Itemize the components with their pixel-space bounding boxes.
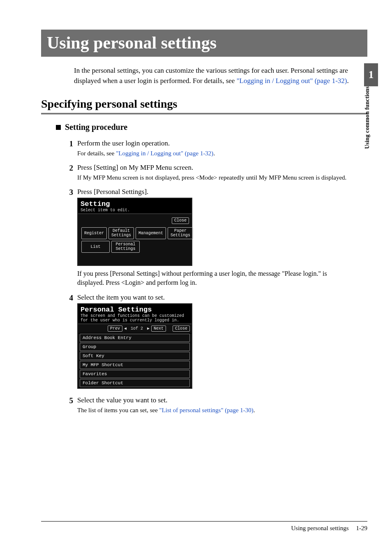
- step-sub-text: The list of items you can set, see "List…: [77, 406, 353, 415]
- chapter-side-tab: 1 Using common functions: [364, 63, 378, 153]
- lcd1-btn-list[interactable]: List: [81, 241, 110, 253]
- lcd2-item-favorites[interactable]: Favorites: [80, 370, 190, 378]
- lcd-personal-settings-screenshot: Personal Settings The screen and functio…: [77, 303, 192, 389]
- step-main-text: Select the value you want to set.: [77, 396, 353, 404]
- lcd2-close-button[interactable]: Close: [173, 325, 190, 332]
- lcd2-item-group[interactable]: Group: [80, 343, 190, 351]
- lcd2-item-soft-key[interactable]: Soft Key: [80, 352, 190, 360]
- square-bullet-icon: [56, 125, 61, 130]
- step-main-text: Press [Setting] on My MFP Menu screen.: [77, 164, 353, 172]
- lcd1-subtitle: Select item to edit.: [81, 208, 189, 212]
- step-main-text: Press [Personal Settings].: [77, 188, 353, 196]
- step-number: 3: [65, 188, 77, 287]
- step-sub-text: For details, see "Logging in / Logging o…: [77, 149, 353, 158]
- step-number: 5: [65, 396, 77, 415]
- subsection-heading-text: Setting procedure: [65, 122, 127, 132]
- lcd2-next-arrow-icon: ▶: [147, 326, 150, 331]
- lcd1-btn-paper-settings[interactable]: Paper Settings: [168, 227, 193, 239]
- steps-list: 1 Perform the user login operation. For …: [65, 139, 353, 415]
- step-main-text: Select the item you want to set.: [77, 293, 353, 302]
- lcd1-close-button[interactable]: Close: [172, 217, 189, 224]
- lcd2-subtitle: The screen and functions can be customiz…: [81, 314, 189, 323]
- lcd2-item-address-book[interactable]: Address Book Entry: [80, 334, 190, 342]
- step3-after-text: If you press [Personal Settings] without…: [77, 269, 353, 288]
- page-title-bar: Using personal settings: [41, 30, 367, 57]
- chapter-number: 1: [369, 69, 374, 81]
- intro-text-post: .: [347, 77, 348, 85]
- intro-paragraph: In the personal settings, you can custom…: [74, 66, 353, 86]
- step-sub-text: If My MFP Menu screen is not displayed, …: [77, 173, 353, 182]
- lcd2-prev-button[interactable]: Prev: [108, 325, 122, 332]
- lcd2-next-button[interactable]: Next: [151, 325, 166, 332]
- footer-title: Using personal settings: [291, 525, 349, 532]
- step-number: 1: [65, 139, 77, 158]
- subsection-heading-procedure: Setting procedure: [56, 122, 367, 132]
- step-number: 2: [65, 164, 77, 182]
- step-4: 4 Select the item you want to set. Perso…: [65, 293, 353, 389]
- step1-link-logging[interactable]: "Logging in / Logging out" (page 1-32): [116, 150, 213, 157]
- page-title: Using personal settings: [47, 33, 362, 53]
- lcd-settings-screenshot: Setting Select item to edit. Close Regis…: [77, 198, 192, 266]
- step-main-text: Perform the user login operation.: [77, 139, 353, 148]
- step-5: 5 Select the value you want to set. The …: [65, 396, 353, 415]
- footer-page-number: 1-29: [356, 525, 368, 532]
- step5-link-list[interactable]: "List of personal settings" (page 1-30): [159, 407, 254, 413]
- step-3: 3 Press [Personal Settings]. Setting Sel…: [65, 188, 353, 287]
- step-1: 1 Perform the user login operation. For …: [65, 139, 353, 158]
- lcd2-page-indicator: 1of 2: [128, 326, 145, 331]
- lcd2-prev-arrow-icon: ◀: [124, 326, 127, 331]
- lcd2-title: Personal Settings: [81, 306, 189, 314]
- step-2: 2 Press [Setting] on My MFP Menu screen.…: [65, 164, 353, 182]
- chapter-label: Using common functions: [364, 86, 371, 153]
- lcd1-title: Setting: [81, 200, 189, 208]
- page-footer: Using personal settings 1-29: [41, 521, 367, 532]
- lcd2-item-my-mfp-shortcut[interactable]: My MFP Shortcut: [80, 361, 190, 369]
- intro-link-logging[interactable]: "Logging in / Logging out" (page 1-32): [237, 77, 347, 85]
- lcd1-btn-default-settings[interactable]: Default Settings: [108, 227, 134, 239]
- lcd1-btn-management[interactable]: Management: [136, 227, 166, 239]
- lcd2-item-folder-shortcut[interactable]: Folder Shortcut: [80, 379, 190, 387]
- lcd1-btn-register[interactable]: Register: [81, 227, 107, 239]
- step-number: 4: [65, 293, 77, 389]
- lcd1-btn-personal-settings[interactable]: Personal Settings: [111, 241, 140, 253]
- section-heading-specifying: Specifying personal settings: [41, 97, 367, 114]
- chapter-number-box: 1: [364, 63, 378, 86]
